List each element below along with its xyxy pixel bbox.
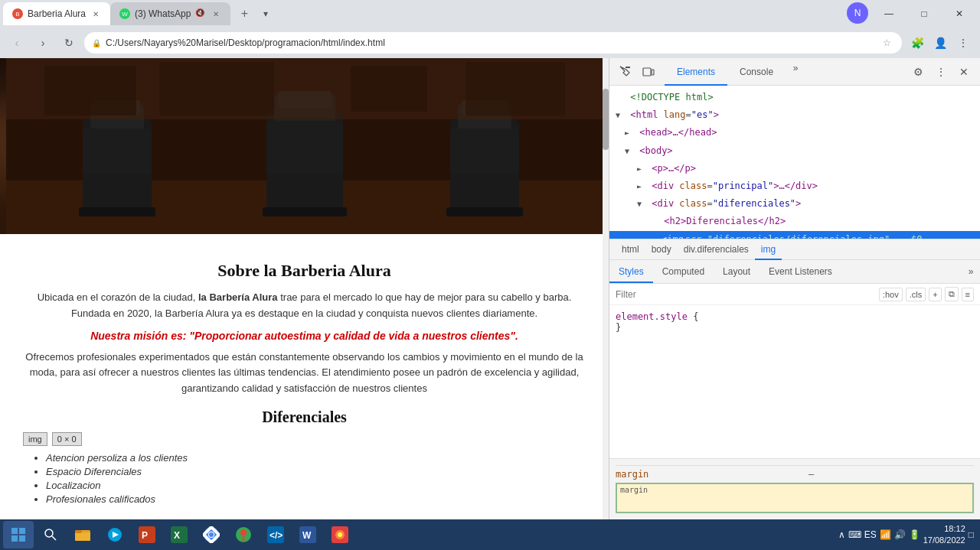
description-text: Ofrecemos profesionales experimentados q… xyxy=(23,350,586,397)
more-options-button[interactable]: ⋮ xyxy=(952,32,974,54)
devtools-more-options-button[interactable]: ⋮ xyxy=(931,62,951,82)
cls-filter-button[interactable]: .cls xyxy=(906,288,926,301)
devtools-right-controls: ⚙ ⋮ ✕ xyxy=(908,62,974,82)
bookmark-icon[interactable]: ☆ xyxy=(879,35,894,50)
taskbar-word[interactable]: W xyxy=(292,521,323,548)
styles-tab-styles[interactable]: Styles xyxy=(609,260,653,283)
triangle-body[interactable] xyxy=(625,145,634,158)
css-open-brace: { xyxy=(693,311,698,322)
styles-tab-layout[interactable]: Layout xyxy=(714,260,760,283)
maximize-button[interactable]: □ xyxy=(906,2,942,25)
taskbar-clock: 18:12 17/08/2022 xyxy=(923,523,965,547)
styles-content: element.style { } xyxy=(609,305,980,458)
styles-tabs-more[interactable]: » xyxy=(962,260,980,283)
img-size: 0 × 0 xyxy=(52,432,82,446)
styles-tab-event-listeners[interactable]: Event Listeners xyxy=(760,260,841,283)
intro-text: Ubicada en el corazón de la ciudad, xyxy=(38,291,198,303)
taskbar-excel[interactable]: X xyxy=(164,521,194,548)
close-button[interactable]: ✕ xyxy=(942,2,977,25)
back-button[interactable]: ‹ xyxy=(6,32,28,54)
html-line-img[interactable]: … < img scr="diferenciales/diferenciales… xyxy=(609,231,980,239)
profile-button[interactable]: N xyxy=(847,2,868,24)
triangle-div-principal[interactable] xyxy=(637,181,646,193)
address-bar: ‹ › ↻ 🔒 C:/Users/Nayarys%20Marisel/Deskt… xyxy=(0,28,980,58)
url-bar[interactable]: 🔒 C:/Users/Nayarys%20Marisel/Desktop/pro… xyxy=(84,32,902,54)
triangle-html[interactable] xyxy=(616,109,625,122)
taskbar-media-player[interactable] xyxy=(100,521,130,548)
taskbar-colorpicker[interactable] xyxy=(325,521,355,548)
list-item: Atencion persoliza a los clientes xyxy=(46,452,586,464)
tab-close-barberia[interactable]: ✕ xyxy=(90,8,101,19)
tab-title-whatsapp: (3) WhatsApp xyxy=(135,8,191,19)
tab-mute-whatsapp[interactable]: 🔇 xyxy=(195,8,206,19)
refresh-button[interactable]: ↻ xyxy=(58,32,80,54)
profile-icon-button[interactable]: 👤 xyxy=(929,32,951,54)
svg-point-53 xyxy=(338,532,342,537)
add-style-button[interactable]: + xyxy=(929,288,941,301)
scrollbar-track[interactable] xyxy=(603,58,609,519)
taskbar-powerpoint[interactable]: P xyxy=(132,521,162,548)
devtools-close-button[interactable]: ✕ xyxy=(954,62,974,82)
tab-console[interactable]: Console xyxy=(727,58,786,86)
tab-barberia[interactable]: B Barberia Alura ✕ xyxy=(3,2,110,25)
bullet-list: Atencion persoliza a los clientes Espaci… xyxy=(46,452,586,505)
svg-text:P: P xyxy=(142,530,148,541)
inspect-element-button[interactable] xyxy=(616,62,635,82)
svg-rect-35 xyxy=(75,530,82,533)
lang-value: "es" xyxy=(691,109,714,120)
margin-dash: – xyxy=(648,469,974,480)
breadcrumb-img[interactable]: img xyxy=(755,239,782,260)
tab-elements[interactable]: Elements xyxy=(665,58,727,86)
diferenciales-heading: Diferenciales xyxy=(23,408,586,426)
styles-filter-row: :hov .cls + ⧉ ≡ xyxy=(609,284,980,305)
toggle-styles-button[interactable]: ≡ xyxy=(962,288,974,301)
triangle-head[interactable] xyxy=(625,127,634,139)
styles-tab-computed[interactable]: Computed xyxy=(653,260,714,283)
html-tag: <html xyxy=(630,109,663,120)
start-button[interactable] xyxy=(3,521,34,548)
taskbar-maps[interactable] xyxy=(228,521,259,548)
hov-filter-button[interactable]: :hov xyxy=(879,288,903,301)
scrollbar-thumb[interactable] xyxy=(603,89,609,150)
mission-quote: "Proporcionar autoestima y calidad de vi… xyxy=(189,330,518,342)
svg-text:W: W xyxy=(302,530,312,541)
breadcrumb-body[interactable]: body xyxy=(645,239,678,260)
svg-text:</>: </> xyxy=(270,530,283,541)
taskbar-vscode[interactable]: </> xyxy=(260,521,291,548)
taskbar-search-button[interactable] xyxy=(35,521,66,548)
taskbar-chevron-icon[interactable]: ∧ xyxy=(838,529,845,540)
device-toolbar-button[interactable] xyxy=(639,62,658,82)
keyboard-icon: ⌨ xyxy=(848,529,861,540)
div-diferenciales-tag: <div xyxy=(652,198,679,209)
elements-panel: <!DOCTYPE html> <html lang="es"> <head>…… xyxy=(609,86,980,239)
tab-close-whatsapp[interactable]: ✕ xyxy=(211,8,221,19)
minimize-button[interactable]: — xyxy=(871,2,906,25)
copy-styles-button[interactable]: ⧉ xyxy=(945,287,959,301)
notification-icon[interactable]: □ xyxy=(969,529,974,540)
p-tag: <p>…</p> xyxy=(652,163,696,174)
css-close-brace: } xyxy=(616,322,621,333)
div-principal-tag: <div xyxy=(652,181,679,191)
list-item: Espacio Diferenciales xyxy=(46,466,586,477)
breadcrumb-div-diferenciales[interactable]: div.diferenciales xyxy=(678,239,755,260)
head-tag: <head>…</head> xyxy=(639,127,717,138)
triangle-div-diferenciales[interactable] xyxy=(637,198,646,210)
styles-filter-input[interactable] xyxy=(616,289,876,300)
breadcrumb-html[interactable]: html xyxy=(616,239,645,260)
taskbar-chrome[interactable] xyxy=(196,521,227,548)
html-line-head: <head>…</head> xyxy=(609,124,980,142)
ellipsis-btn[interactable]: … xyxy=(649,233,658,239)
forward-button[interactable]: › xyxy=(32,32,54,54)
extensions-button[interactable]: 🧩 xyxy=(906,32,928,54)
more-tabs-button[interactable]: » xyxy=(786,58,805,78)
triangle-p[interactable] xyxy=(637,163,646,175)
devtools-settings-button[interactable]: ⚙ xyxy=(908,62,928,82)
svg-rect-26 xyxy=(652,70,654,75)
margin-section: margin – margin xyxy=(609,458,980,519)
margin-box-label: margin xyxy=(620,486,648,494)
taskbar-file-explorer[interactable] xyxy=(67,521,98,548)
img-placeholder: img 0 × 0 xyxy=(23,432,586,446)
tabs-dropdown-button[interactable]: ▾ xyxy=(255,3,276,24)
new-tab-button[interactable]: + xyxy=(234,3,255,24)
tab-whatsapp[interactable]: W (3) WhatsApp 🔇 ✕ xyxy=(110,2,230,25)
